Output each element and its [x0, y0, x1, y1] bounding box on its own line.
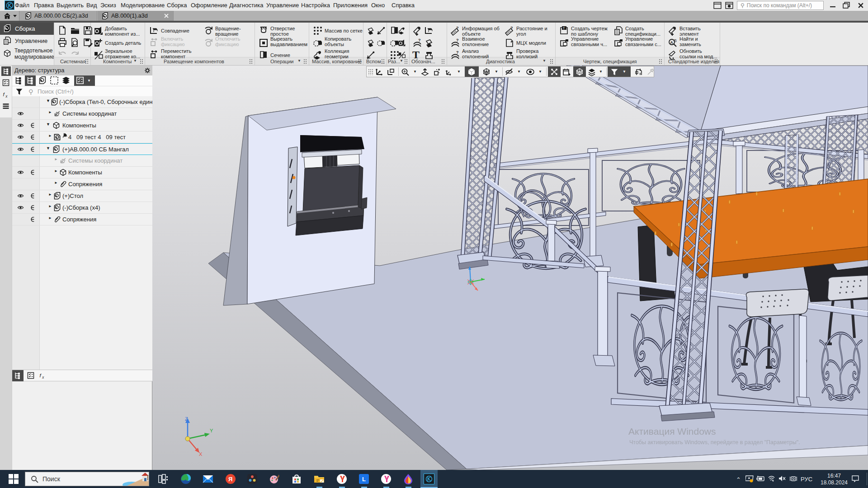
svg-text:L: L: [362, 476, 366, 483]
svg-text:Чтобы активировать Windows, пе: Чтобы активировать Windows, перейдите в …: [629, 439, 800, 446]
svg-text:Активация Windows: Активация Windows: [628, 426, 716, 436]
svg-text:Я: Я: [228, 476, 232, 483]
svg-text:Y: Y: [210, 428, 213, 433]
svg-text:Z: Z: [185, 416, 188, 422]
svg-text:X: X: [199, 451, 203, 457]
